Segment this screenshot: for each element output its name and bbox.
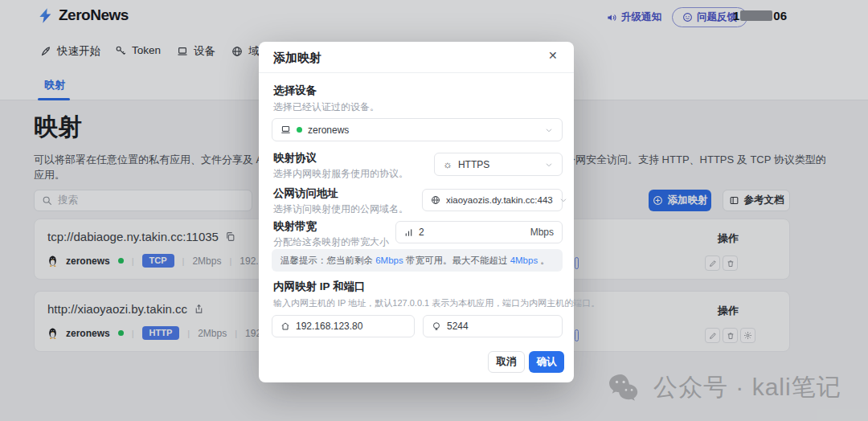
protocol-select[interactable]: ☼ HTTPS bbox=[434, 153, 563, 176]
confirm-button[interactable]: 确认 bbox=[529, 351, 564, 373]
protocol-section-desc: 选择内网映射服务使用的协议。 bbox=[273, 167, 408, 181]
modal-title: 添加映射 bbox=[273, 51, 321, 66]
address-section-label: 公网访问地址 bbox=[273, 186, 338, 201]
signal-bars-icon bbox=[404, 228, 413, 237]
chevron-down-icon bbox=[559, 195, 568, 205]
lan-port-input-value: 5244 bbox=[447, 321, 469, 332]
protocol-select-value: HTTPS bbox=[458, 159, 489, 170]
add-mapping-modal: 添加映射 ✕ 选择设备 选择已经认证过的设备。 zeronews 映射协议 选择… bbox=[259, 42, 574, 382]
bandwidth-input-value: 2 bbox=[419, 227, 424, 238]
bandwidth-section-label: 映射带宽 bbox=[273, 219, 317, 234]
public-address-select[interactable]: xiaoyaozis.dy.takin.cc:443 bbox=[422, 189, 563, 211]
bandwidth-input[interactable]: 2 Mbps bbox=[395, 221, 563, 243]
device-section-desc: 选择已经认证过的设备。 bbox=[273, 100, 379, 114]
protocol-section-label: 映射协议 bbox=[273, 151, 317, 166]
home-icon bbox=[280, 321, 290, 331]
device-section-label: 选择设备 bbox=[273, 84, 317, 98]
tip-available-value: 6Mbps bbox=[375, 255, 403, 265]
bandwidth-tip-box: 温馨提示：您当前剩余 6Mbps 带宽可用。最大不能超过 4Mbps 。 bbox=[272, 249, 563, 272]
chevron-down-icon bbox=[544, 160, 554, 170]
lan-port-input[interactable]: 5244 bbox=[423, 315, 563, 337]
tip-max-value: 4Mbps bbox=[510, 255, 538, 265]
bandwidth-unit: Mbps bbox=[530, 227, 554, 238]
protocol-icon: ☼ bbox=[443, 159, 452, 170]
lan-section-desc: 输入内网主机的 IP 地址，默认127.0.0.1 表示为本机应用，端口为内网主… bbox=[273, 297, 600, 309]
online-status-dot bbox=[297, 127, 302, 133]
device-select-value: zeronews bbox=[308, 125, 349, 136]
watermark-text: 公众号 · kali笔记 bbox=[653, 371, 841, 404]
lan-ip-input[interactable]: 192.168.123.80 bbox=[272, 315, 415, 337]
port-icon bbox=[432, 321, 441, 331]
tip-prefix: 温馨提示：您当前剩余 bbox=[280, 255, 375, 265]
tip-suffix: 。 bbox=[538, 255, 550, 265]
wechat-icon bbox=[607, 373, 644, 403]
device-select[interactable]: zeronews bbox=[272, 118, 563, 141]
modal-header-divider bbox=[259, 72, 574, 73]
lan-ip-input-value: 192.168.123.80 bbox=[296, 321, 362, 332]
close-icon[interactable]: ✕ bbox=[548, 49, 558, 62]
watermark: 公众号 · kali笔记 bbox=[607, 371, 841, 404]
lan-section-label: 内网映射 IP 和端口 bbox=[273, 280, 366, 294]
chevron-down-icon bbox=[544, 125, 554, 135]
cancel-button[interactable]: 取消 bbox=[488, 351, 525, 373]
tip-middle: 带宽可用。最大不能超过 bbox=[403, 255, 510, 265]
laptop-icon bbox=[280, 125, 291, 135]
globe-icon bbox=[431, 195, 440, 205]
public-address-value: xiaoyaozis.dy.takin.cc:443 bbox=[446, 195, 553, 205]
address-section-desc: 选择访问映射使用的公网域名。 bbox=[273, 202, 408, 216]
bandwidth-section-desc: 分配给这条映射的带宽大小 bbox=[273, 235, 389, 249]
